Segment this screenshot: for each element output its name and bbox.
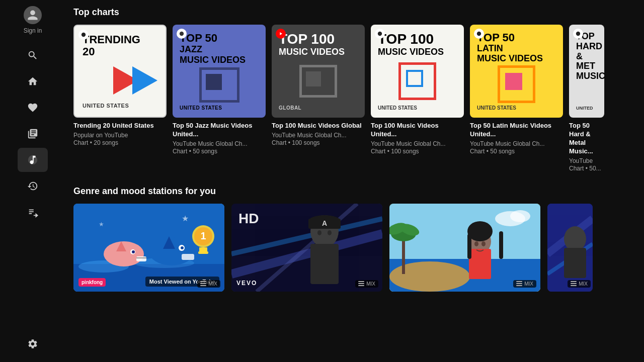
svg-point-50: [474, 241, 478, 246]
sidebar-home-btn[interactable]: [18, 69, 48, 94]
svg-point-13: [132, 250, 135, 253]
svg-rect-11: [136, 256, 146, 261]
mix-icon-rapper: [358, 281, 364, 286]
svg-point-5: [576, 32, 580, 36]
latin-thumbnail: TOP 50 LATIN MUSIC VIDEOS UNITED STATES: [470, 25, 563, 118]
chart-card-us100[interactable]: TOP 100 MUSIC VIDEOS UNITED STATES Top 1…: [371, 25, 464, 172]
jazz-icon: [199, 67, 239, 103]
us100-card-meta: Chart • 100 songs: [371, 148, 464, 155]
global-text: TOP 100 MUSIC VIDEOS: [279, 32, 358, 57]
sidebar: Sign in: [0, 0, 65, 362]
charts-row: TRENDING 20 UNITED STATES Trending 20 Un…: [73, 25, 636, 172]
global-card-sub: YouTube Music Global Ch...: [272, 132, 365, 139]
trending-thumbnail: TRENDING 20 UNITED STATES: [73, 25, 167, 118]
chart-dot-metal: [573, 29, 583, 39]
avatar-icon: [24, 6, 42, 24]
main-content: Top charts TRENDING 20 UNITED STATES Tre…: [65, 0, 644, 362]
svg-text:★: ★: [99, 221, 104, 228]
trending-region: UNITED STATES: [83, 103, 129, 109]
chart-card-global[interactable]: TOP 100 MUSIC VIDEOS GLOBAL Top 100 Musi…: [272, 25, 365, 172]
chart-card-jazz[interactable]: TOP 50 JAZZ MUSIC VIDEOS UNITED STATES T…: [173, 25, 266, 172]
svg-rect-23: [199, 247, 207, 251]
svg-text:★: ★: [182, 214, 189, 223]
mix-icon-moana: [516, 281, 522, 286]
chart-dot-global: [276, 29, 286, 39]
svg-rect-46: [469, 249, 491, 279]
babyshark-content: 1 ★ ★ Most Viewed on YouTube pinkfong MI…: [73, 204, 224, 292]
chart-dot-latin: [474, 29, 484, 39]
moana-illustration: [389, 204, 540, 292]
sign-in-label[interactable]: Sign in: [24, 27, 42, 34]
svg-rect-58: [564, 248, 586, 278]
global-region: GLOBAL: [279, 105, 358, 111]
chart-dot-jazz: [177, 29, 187, 39]
trending-play-icon: [113, 66, 157, 95]
svg-rect-18: [182, 254, 194, 260]
latin-card-sub: YouTube Music Global Ch...: [470, 140, 563, 147]
metal-text: TOP HARD & MET MUSIC: [576, 32, 597, 81]
babyshark-mix-badge: MIX: [197, 280, 220, 288]
svg-point-1: [82, 33, 86, 37]
svg-point-37: [328, 230, 332, 235]
trending-text: TRENDING 20: [83, 34, 140, 58]
metal-card-meta: Chart • 50...: [569, 165, 604, 172]
svg-point-57: [564, 226, 586, 251]
latin-card-meta: Chart • 50 songs: [470, 148, 563, 155]
global-thumbnail: TOP 100 MUSIC VIDEOS GLOBAL: [272, 25, 365, 118]
metal-card-title: Top 50 Hard & Metal Music...: [569, 122, 604, 156]
svg-point-40: [389, 261, 470, 292]
sidebar-favorites-btn[interactable]: [18, 96, 48, 120]
jazz-region: UNITED STATES: [180, 105, 259, 111]
genre-card-babyshark[interactable]: 1 ★ ★ Most Viewed on YouTube pinkfong MI…: [73, 204, 224, 292]
svg-text:1: 1: [200, 230, 206, 241]
jazz-text: TOP 50 JAZZ MUSIC VIDEOS: [180, 32, 259, 65]
latin-text: TOP 50 LATIN MUSIC VIDEOS: [477, 32, 556, 64]
rapper-hd-label: HD: [238, 211, 259, 227]
chart-card-metal[interactable]: TOP HARD & MET MUSIC UNITED Top 50 Hard …: [569, 25, 604, 172]
svg-rect-24: [198, 251, 208, 254]
global-card-meta: Chart • 100 songs: [272, 139, 365, 146]
trending-card-title: Trending 20 United States: [73, 122, 167, 130]
moana-mix-badge: MIX: [513, 280, 536, 288]
mix-icon-partial: [571, 281, 577, 286]
latin-icon: [498, 65, 535, 103]
metal-region: UNITED: [576, 106, 597, 111]
genre-section-title: Genre and mood stations for you: [73, 186, 636, 197]
genre-card-moana[interactable]: MIX: [389, 204, 540, 292]
sidebar-music-btn[interactable]: [18, 148, 48, 172]
latin-card-title: Top 50 Latin Music Videos United...: [470, 122, 563, 139]
svg-point-3: [378, 32, 382, 36]
genre-card-partial[interactable]: MIX: [547, 204, 593, 292]
latin-region: UNITED STATES: [477, 105, 556, 111]
sidebar-playlist-btn[interactable]: [18, 200, 48, 224]
genre-card-rapper[interactable]: A HD vevo MIX: [231, 204, 382, 292]
chart-card-trending[interactable]: TRENDING 20 UNITED STATES Trending 20 Un…: [73, 25, 167, 172]
sidebar-library-btn[interactable]: [18, 122, 48, 146]
top-charts-title: Top charts: [73, 7, 636, 18]
us100-text: TOP 100 MUSIC VIDEOS: [378, 32, 457, 57]
sidebar-history-btn[interactable]: [18, 174, 48, 198]
partial-illustration: [547, 204, 593, 292]
partial-mix-badge: MIX: [568, 280, 591, 288]
jazz-card-title: Top 50 Jazz Music Videos United...: [173, 122, 266, 139]
pinkfong-logo: pinkfong: [78, 278, 106, 287]
svg-point-53: [510, 210, 530, 222]
chart-dot-us100: [375, 29, 385, 39]
rapper-mix-badge: MIX: [355, 280, 378, 288]
us100-thumbnail: TOP 100 MUSIC VIDEOS UNITED STATES: [371, 25, 464, 118]
us100-icon: [398, 62, 436, 100]
svg-rect-48: [467, 234, 471, 259]
sidebar-settings-btn[interactable]: [18, 332, 48, 356]
svg-rect-32: [310, 244, 339, 284]
mix-icon: [200, 281, 206, 286]
us100-card-title: Top 100 Music Videos United...: [371, 122, 464, 139]
sidebar-search-btn[interactable]: [18, 43, 48, 67]
jazz-card-sub: YouTube Music Global Ch...: [173, 140, 266, 147]
chart-card-latin[interactable]: TOP 50 LATIN MUSIC VIDEOS UNITED STATES …: [470, 25, 563, 172]
jazz-card-meta: Chart • 50 songs: [173, 148, 266, 155]
jazz-thumbnail: TOP 50 JAZZ MUSIC VIDEOS UNITED STATES: [173, 25, 266, 118]
svg-point-10: [104, 241, 144, 266]
metal-card-sub: YouTube: [569, 157, 604, 164]
svg-point-51: [481, 241, 486, 246]
us100-region: UNITED STATES: [378, 105, 457, 111]
